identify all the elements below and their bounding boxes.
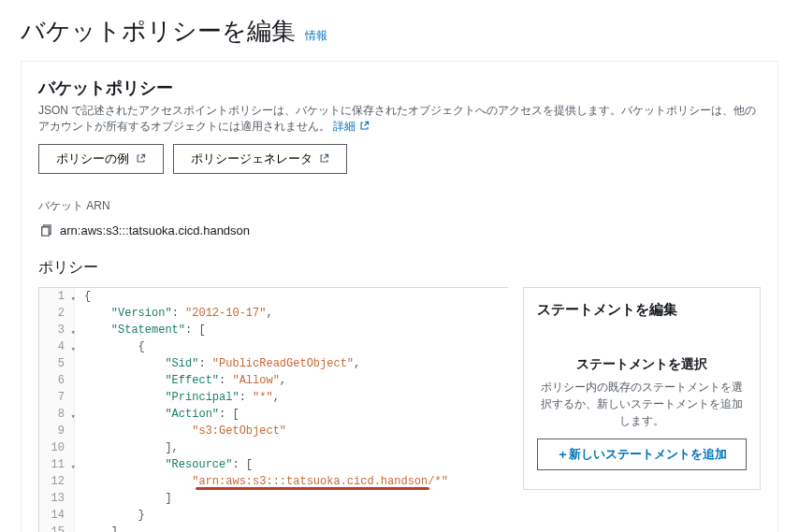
line-number: 15 bbox=[39, 524, 75, 532]
external-link-icon bbox=[319, 153, 329, 164]
code-text[interactable]: { bbox=[75, 338, 145, 355]
code-text[interactable]: ] bbox=[75, 490, 172, 507]
policy-generator-button[interactable]: ポリシージェネレータ bbox=[173, 144, 347, 174]
code-text[interactable]: ] bbox=[75, 524, 118, 532]
policy-panel-title: バケットポリシー bbox=[38, 77, 761, 99]
line-number: 8▾ bbox=[39, 406, 75, 423]
line-number: 6 bbox=[39, 372, 75, 389]
code-text[interactable]: "Statement": [ bbox=[75, 322, 206, 338]
line-number: 12 bbox=[39, 473, 75, 490]
line-number: 10 bbox=[39, 439, 75, 456]
line-number: 2 bbox=[39, 305, 75, 322]
code-text[interactable]: "Principal": "*", bbox=[75, 389, 280, 406]
code-line[interactable]: 8▾ "Action": [ bbox=[39, 406, 508, 423]
code-text[interactable]: { bbox=[75, 288, 91, 305]
detail-link[interactable]: 詳細 bbox=[333, 120, 369, 133]
arn-label: バケット ARN bbox=[38, 198, 761, 214]
policy-label: ポリシー bbox=[38, 258, 761, 278]
code-line[interactable]: 13 ] bbox=[39, 490, 508, 507]
code-line[interactable]: 5 "Sid": "PublicReadGetObject", bbox=[39, 355, 508, 372]
code-text[interactable]: "Effect": "Allow", bbox=[75, 372, 286, 389]
code-text[interactable]: } bbox=[75, 507, 145, 524]
plus-icon: ＋ bbox=[557, 447, 569, 461]
code-line[interactable]: 12 "arn:aws:s3:::tatsuoka.cicd.handson/*… bbox=[39, 473, 508, 490]
policy-panel-description: JSON で記述されたアクセスポイントポリシーは、バケットに保存されたオブジェク… bbox=[38, 103, 761, 135]
statement-panel: ステートメントを編集 ステートメントを選択 ポリシー内の既存のステートメントを選… bbox=[523, 287, 761, 490]
statement-description: ポリシー内の既存のステートメントを選択するか、新しいステートメントを追加します。 bbox=[537, 379, 747, 429]
code-text[interactable]: ], bbox=[75, 439, 179, 456]
statement-panel-title: ステートメントを編集 bbox=[537, 301, 747, 319]
arn-value: arn:aws:s3:::tatsuoka.cicd.handson bbox=[60, 223, 250, 237]
line-number: 4▾ bbox=[39, 338, 75, 355]
copy-icon[interactable] bbox=[38, 223, 52, 237]
code-line[interactable]: 7 "Principal": "*", bbox=[39, 389, 508, 406]
line-number: 1▾ bbox=[39, 288, 75, 305]
line-number: 9 bbox=[39, 423, 75, 439]
underline-annotation bbox=[196, 487, 429, 490]
external-link-icon bbox=[359, 121, 370, 131]
line-number: 3▾ bbox=[39, 322, 75, 338]
page-header: バケットポリシーを編集 情報 bbox=[0, 0, 799, 61]
code-line[interactable]: 3▾ "Statement": [ bbox=[39, 322, 508, 338]
code-text[interactable]: "Resource": [ bbox=[75, 456, 253, 473]
bucket-policy-panel: バケットポリシー JSON で記述されたアクセスポイントポリシーは、バケットに保… bbox=[21, 61, 778, 532]
code-line[interactable]: 9 "s3:GetObject" bbox=[39, 423, 508, 439]
code-line[interactable]: 11▾ "Resource": [ bbox=[39, 456, 508, 473]
external-link-icon bbox=[136, 153, 146, 164]
line-number: 5 bbox=[39, 355, 75, 372]
code-text[interactable]: "s3:GetObject" bbox=[75, 423, 286, 439]
code-text[interactable]: "Action": [ bbox=[75, 406, 240, 423]
line-number: 11▾ bbox=[39, 456, 75, 473]
info-link[interactable]: 情報 bbox=[305, 29, 327, 42]
code-line[interactable]: 6 "Effect": "Allow", bbox=[39, 372, 508, 389]
statement-subtitle: ステートメントを選択 bbox=[537, 356, 747, 373]
code-line[interactable]: 2 "Version": "2012-10-17", bbox=[39, 305, 508, 322]
policy-examples-button[interactable]: ポリシーの例 bbox=[38, 144, 164, 174]
code-editor[interactable]: 1▾{2 "Version": "2012-10-17",3▾ "Stateme… bbox=[38, 287, 508, 532]
line-number: 13 bbox=[39, 490, 75, 507]
page-title: バケットポリシーを編集 bbox=[21, 17, 296, 45]
code-text[interactable]: "Sid": "PublicReadGetObject", bbox=[75, 355, 360, 372]
code-line[interactable]: 15 ] bbox=[39, 524, 508, 532]
line-number: 7 bbox=[39, 389, 75, 406]
line-number: 14 bbox=[39, 507, 75, 524]
code-line[interactable]: 4▾ { bbox=[39, 338, 508, 355]
code-text[interactable]: "arn:aws:s3:::tatsuoka.cicd.handson/*" bbox=[75, 473, 448, 490]
code-text[interactable]: "Version": "2012-10-17", bbox=[75, 305, 273, 322]
code-line[interactable]: 10 ], bbox=[39, 439, 508, 456]
code-line[interactable]: 14 } bbox=[39, 507, 508, 524]
add-statement-button[interactable]: ＋新しいステートメントを追加 bbox=[537, 439, 747, 470]
code-line[interactable]: 1▾{ bbox=[39, 288, 508, 305]
